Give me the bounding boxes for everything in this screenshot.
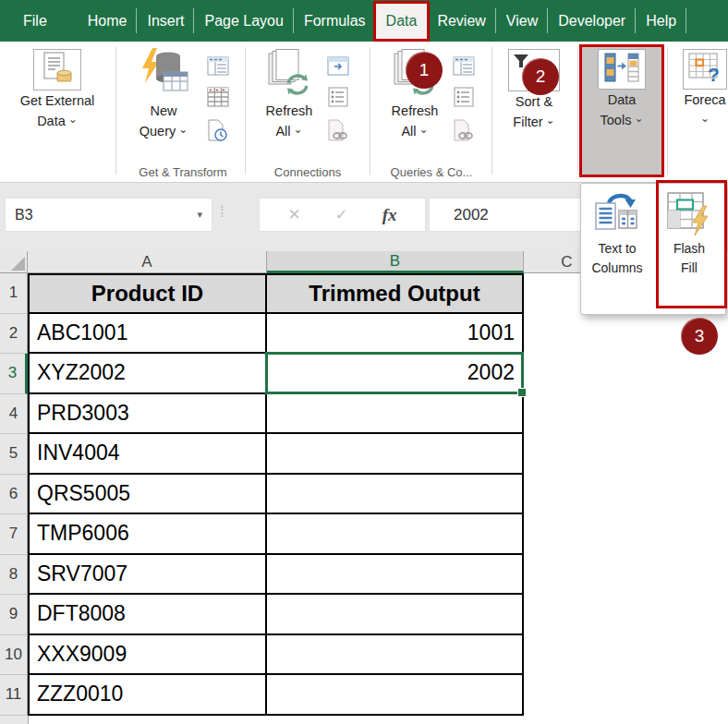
name-box-dropdown-icon[interactable] [197, 209, 202, 221]
new-query-button[interactable]: New Query [122, 49, 205, 142]
row-header[interactable]: 5 [0, 434, 28, 475]
select-all-icon [11, 257, 25, 271]
ribbon-tab-view[interactable]: View [496, 0, 548, 42]
chevron-down-icon [634, 108, 643, 128]
recent-sources-icon[interactable] [205, 117, 231, 143]
row-header[interactable]: 8 [0, 555, 28, 596]
ribbon-tab-page-layou[interactable]: Page Layou [194, 0, 293, 42]
row-header[interactable]: 1 [0, 273, 28, 314]
cell-b[interactable] [267, 434, 524, 475]
ribbon-tab-formulas[interactable]: Formulas [294, 0, 376, 42]
row-header[interactable]: 11 [0, 675, 28, 716]
column-header-a[interactable]: A [28, 251, 267, 273]
cell-a[interactable]: INV4004 [28, 434, 267, 475]
cell-b[interactable] [267, 514, 524, 555]
cell-b[interactable] [267, 555, 524, 596]
cell-a[interactable]: ZZZ0010 [28, 675, 267, 716]
cell-b[interactable]: 2002 [267, 354, 524, 394]
data-tools-dropdown: Text to Columns Flash Fill [580, 183, 726, 315]
row-header[interactable]: 9 [0, 595, 28, 635]
chevron-down-icon [178, 119, 188, 139]
worksheet: A B C 1 Product ID Trimmed Output 2 ABC1… [0, 251, 728, 724]
flash-fill-icon [666, 191, 712, 239]
edit-links-icon[interactable] [451, 117, 477, 143]
ribbon: Get External Data New Query [0, 42, 728, 183]
cancel-icon[interactable]: ✕ [287, 205, 300, 224]
table-row: 8 SRV7007 [0, 555, 524, 596]
table-row: 3 XYZ2002 2002 [0, 354, 524, 394]
show-queries-icon[interactable] [205, 53, 231, 78]
chevron-down-icon [419, 119, 429, 139]
ribbon-tab-bar: File Home Insert Page Layou Formulas Dat… [0, 0, 728, 42]
cell-b[interactable] [267, 475, 524, 515]
queries-pane-icon[interactable] [451, 53, 477, 78]
chevron-down-icon [294, 119, 303, 139]
table-row: 11 ZZZ0010 [0, 675, 524, 716]
table-row: 1 Product ID Trimmed Output [0, 273, 524, 314]
annotation-badge-2: 2 [522, 58, 559, 95]
refresh-all-button-connections[interactable]: Refresh All [251, 49, 327, 142]
get-external-data-icon [42, 52, 73, 89]
table-row: 4 PRD3003 [0, 394, 524, 435]
ribbon-tab-home[interactable]: Home [78, 0, 138, 42]
table-row: 2 ABC1001 1001 [0, 314, 524, 355]
select-all-corner[interactable] [0, 251, 28, 273]
edit-links-icon[interactable] [325, 117, 351, 143]
workbook-connections-icon[interactable] [325, 84, 351, 110]
data-tools-icon [603, 52, 640, 87]
text-to-columns-icon [594, 192, 640, 238]
refresh-all-icon [267, 49, 311, 101]
chevron-down-icon [68, 109, 78, 129]
chevron-down-icon [700, 108, 710, 128]
forecast-icon: ? [687, 52, 722, 87]
ribbon-tab-help[interactable]: Help [636, 0, 686, 42]
forecast-button[interactable]: ? Foreca [673, 49, 728, 131]
formula-bar-divider [220, 203, 224, 222]
annotation-badge-3: 3 [681, 318, 718, 355]
from-table-icon[interactable] [205, 84, 231, 110]
cell-b[interactable]: Trimmed Output [267, 273, 524, 314]
connections-list-icon[interactable] [451, 84, 477, 110]
cell-b[interactable]: 1001 [267, 314, 524, 355]
cell-a[interactable]: XYZ2002 [28, 354, 267, 394]
ribbon-tab-review[interactable]: Review [427, 0, 495, 42]
ribbon-tab-data[interactable]: Data [376, 4, 428, 39]
cell-a[interactable]: ABC1001 [28, 314, 267, 355]
properties-icon[interactable] [325, 53, 351, 78]
cell-b[interactable] [267, 595, 524, 635]
ribbon-tab-file[interactable]: File [13, 0, 57, 42]
group-label-get-transform: Get & Transform [118, 165, 248, 179]
column-header-b[interactable]: B [267, 251, 524, 273]
table-row: 6 QRS5005 [0, 475, 524, 515]
cell-a[interactable]: SRV7007 [28, 555, 267, 596]
enter-icon[interactable]: ✓ [335, 205, 348, 224]
cell-a[interactable]: XXX9009 [28, 635, 267, 676]
annotation-badge-1: 1 [406, 52, 443, 89]
row-header[interactable]: 3 [0, 354, 28, 394]
sheet-rows: 1 Product ID Trimmed Output 2 ABC1001 10… [0, 273, 524, 724]
ribbon-tab-developer[interactable]: Developer [548, 0, 636, 42]
cell-b[interactable] [267, 675, 524, 716]
flash-fill-button[interactable]: Flash Fill [653, 184, 725, 314]
ribbon-tab-insert[interactable]: Insert [137, 0, 194, 42]
cell-b[interactable] [267, 394, 524, 435]
cell-a[interactable]: PRD3003 [28, 394, 267, 435]
row-header[interactable]: 2 [0, 314, 28, 355]
cell-b[interactable] [267, 635, 524, 676]
text-to-columns-button[interactable]: Text to Columns [581, 184, 653, 314]
cell-a[interactable]: Product ID [28, 273, 267, 314]
chevron-down-icon [546, 110, 555, 130]
row-header[interactable]: 6 [0, 475, 28, 515]
cell-a[interactable]: DFT8008 [28, 595, 267, 635]
insert-function-icon[interactable]: fx [382, 205, 397, 225]
name-box[interactable]: B3 [5, 198, 212, 232]
row-header[interactable]: 4 [0, 394, 28, 435]
cell-a[interactable]: QRS5005 [28, 475, 267, 515]
partial-row-12 [0, 716, 524, 724]
data-tools-button[interactable]: Data Tools [584, 49, 660, 131]
row-header[interactable]: 7 [0, 514, 28, 555]
get-external-data-button[interactable]: Get External Data [4, 49, 111, 132]
cell-a[interactable]: TMP6006 [28, 514, 267, 555]
row-header[interactable]: 10 [0, 635, 28, 676]
new-query-icon [138, 48, 189, 102]
